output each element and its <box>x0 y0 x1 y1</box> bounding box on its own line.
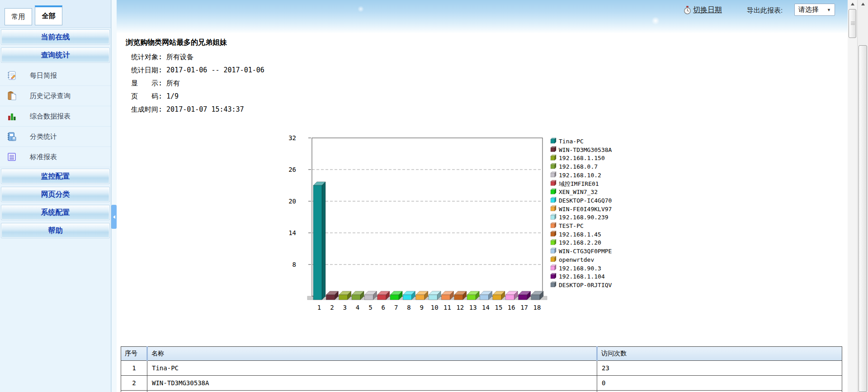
svg-text:域控IMFIRE01: 域控IMFIRE01 <box>559 180 599 187</box>
svg-text:192.168.2.20: 192.168.2.20 <box>559 239 601 246</box>
svg-text:3: 3 <box>343 304 346 311</box>
svg-text:11: 11 <box>443 304 451 311</box>
content-panel: 切换日期 导出此报表: 请选择 ▼ 浏览购物类网站最多的兄弟姐妹 统计对象: 所… <box>117 0 848 392</box>
sidebar-collapse-handle[interactable] <box>111 205 117 229</box>
svg-text:192.168.1.45: 192.168.1.45 <box>559 231 601 238</box>
sidebar-section-系统配置[interactable]: 系统配置 <box>1 205 110 220</box>
svg-text:17: 17 <box>520 304 528 311</box>
cell-name: Tina-PC <box>147 361 597 376</box>
sidebar-item-label: 历史记录查询 <box>30 92 71 100</box>
svg-text:openwrtdev: openwrtdev <box>559 256 594 263</box>
legend-item-WIN-TD3MG30538A: WIN-TD3MG30538A <box>551 146 612 153</box>
legend-item-192.168.1.150: 192.168.1.150 <box>551 155 605 161</box>
cell-visits: 0 <box>597 376 842 391</box>
sidebar: 常用 全部 当前在线查询统计每日简报历史记录查询综合数据报表分类统计标准报表监控… <box>0 0 111 392</box>
sidebar-gutter <box>111 0 117 392</box>
legend-item-域控IMFIRE01: 域控IMFIRE01 <box>551 180 599 187</box>
tab-common[interactable]: 常用 <box>5 8 32 25</box>
report-meta-line: 统计对象: 所有设备 <box>131 51 264 64</box>
inner-scrollbar-thumb[interactable] <box>849 9 856 38</box>
report-meta-line: 生成时间: 2017-01-07 15:43:37 <box>131 103 264 116</box>
cell-index <box>121 391 147 392</box>
svg-text:32: 32 <box>288 134 296 142</box>
col-header-visits: 访问次数 <box>597 347 842 361</box>
table-row: 2WIN-TD3MG30538A0 <box>121 376 842 391</box>
svg-text:8: 8 <box>292 261 296 268</box>
switch-date-link[interactable]: 切换日期 <box>693 5 722 15</box>
section-header-label: 查询统计 <box>41 51 70 60</box>
svg-text:DESKTOP-IC4GQ70: DESKTOP-IC4GQ70 <box>559 197 612 204</box>
sidebar-section-监控配置[interactable]: 监控配置 <box>1 169 110 184</box>
table-row <box>121 391 842 392</box>
legend-item-192.168.1.104: 192.168.1.104 <box>551 273 605 280</box>
tab-common-label: 常用 <box>12 13 25 21</box>
svg-text:DESKTOP-0RJTIQV: DESKTOP-0RJTIQV <box>559 282 612 288</box>
sidebar-section-查询统计[interactable]: 查询统计 <box>1 47 110 63</box>
svg-text:XEN_WIN7_32: XEN_WIN7_32 <box>559 189 598 195</box>
svg-text:18: 18 <box>533 304 541 311</box>
sidebar-item-每日简报[interactable]: 每日简报 <box>0 66 111 86</box>
section-header-label: 网页分类 <box>41 190 70 199</box>
sidebar-section-当前在线[interactable]: 当前在线 <box>1 29 110 45</box>
svg-text:14: 14 <box>482 304 490 311</box>
svg-text:7: 7 <box>394 304 398 311</box>
report-meta-line: 显 示: 所有 <box>131 77 264 90</box>
outer-scrollbar[interactable] <box>857 0 868 392</box>
visits-bar-chart: 814202632123456789101112131415161718Tina… <box>285 133 619 314</box>
outer-scrollbar-thumb[interactable] <box>859 45 867 392</box>
sidebar-item-历史记录查询[interactable]: 历史记录查询 <box>0 86 111 106</box>
standard-report-icon <box>6 151 17 162</box>
cell-visits: 23 <box>597 361 842 376</box>
col-header-name: 名称 <box>147 347 597 361</box>
export-select[interactable]: 请选择 ▼ <box>794 4 835 16</box>
svg-text:1: 1 <box>317 304 321 311</box>
collapse-left-icon <box>113 215 115 219</box>
svg-text:192.168.1.104: 192.168.1.104 <box>559 273 605 280</box>
inner-scrollbar[interactable] <box>848 0 857 392</box>
section-header-label: 帮助 <box>48 226 63 236</box>
svg-text:6: 6 <box>382 304 385 311</box>
sidebar-item-综合数据报表[interactable]: 综合数据报表 <box>0 106 111 127</box>
section-header-label: 系统配置 <box>41 208 70 217</box>
svg-text:16: 16 <box>508 304 515 311</box>
svg-text:WIN-FE0I49KLV97: WIN-FE0I49KLV97 <box>559 206 612 213</box>
category-stats-icon <box>6 131 17 142</box>
table-row: 1Tina-PC23 <box>121 361 842 376</box>
sidebar-item-分类统计[interactable]: 分类统计 <box>0 127 111 147</box>
sidebar-item-label: 综合数据报表 <box>30 112 71 121</box>
svg-text:9: 9 <box>420 304 424 311</box>
sidebar-item-label: 每日简报 <box>30 71 57 80</box>
tab-all[interactable]: 全部 <box>35 5 62 25</box>
sidebar-section-帮助[interactable]: 帮助 <box>1 223 110 238</box>
inner-scrollbar-up-button[interactable] <box>848 0 857 8</box>
stopwatch-icon <box>684 6 691 14</box>
sidebar-item-标准报表[interactable]: 标准报表 <box>0 147 111 167</box>
daily-report-icon <box>6 70 17 81</box>
svg-text:2: 2 <box>330 304 334 311</box>
report-meta: 统计对象: 所有设备统计日期: 2017-01-06 -- 2017-01-06… <box>131 51 264 116</box>
visits-table: 序号 名称 访问次数 1Tina-PC232WIN-TD3MG30538A0 <box>121 346 842 392</box>
tab-all-label: 全部 <box>42 12 56 20</box>
export-report-label: 导出此报表: <box>747 6 783 15</box>
sidebar-item-label: 分类统计 <box>30 132 57 141</box>
switch-date-group: 切换日期 <box>684 5 722 15</box>
section-header-label: 监控配置 <box>41 172 70 181</box>
sidebar-item-label: 标准报表 <box>30 153 57 161</box>
report-title: 浏览购物类网站最多的兄弟姐妹 <box>126 38 227 47</box>
cell-visits <box>597 391 842 392</box>
cell-name <box>147 391 597 392</box>
sidebar-menu: 当前在线查询统计每日简报历史记录查询综合数据报表分类统计标准报表监控配置网页分类… <box>0 29 111 238</box>
col-header-index: 序号 <box>121 347 147 361</box>
svg-text:192.168.1.150: 192.168.1.150 <box>559 155 605 161</box>
outer-scrollbar-up-button[interactable] <box>858 0 868 8</box>
svg-text:WIN-TD3MG30538A: WIN-TD3MG30538A <box>559 146 612 153</box>
svg-text:20: 20 <box>288 198 296 205</box>
sidebar-section-网页分类[interactable]: 网页分类 <box>1 187 110 202</box>
report-meta-line: 页 码: 1/9 <box>131 90 264 103</box>
bar-1 <box>313 182 326 300</box>
svg-text:TEST-PC: TEST-PC <box>559 222 584 229</box>
legend-item-192.168.0.7: 192.168.0.7 <box>551 163 598 170</box>
svg-text:WIN-CTG3QF0PMPE: WIN-CTG3QF0PMPE <box>559 248 612 255</box>
svg-text:5: 5 <box>368 304 372 311</box>
scroll-up-icon <box>861 3 865 5</box>
